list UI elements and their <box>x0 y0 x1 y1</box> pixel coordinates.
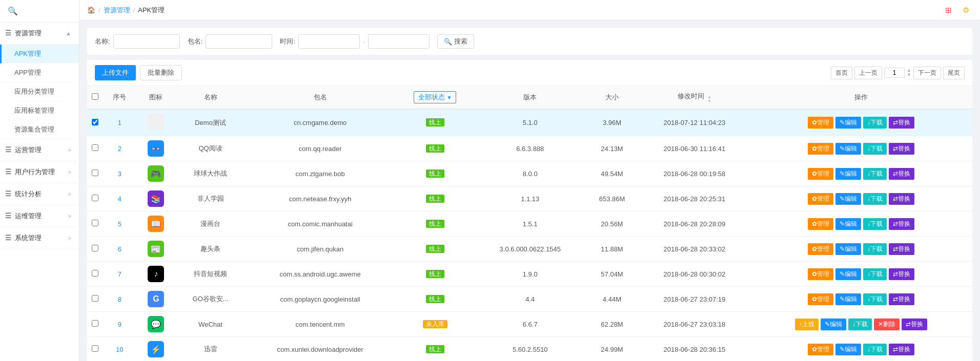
table-row: 10⚡迅雷com.xunlei.downloadprovider线上5.60.2… <box>87 337 972 362</box>
topbar: 🏠 / 资源管理 / APK管理 ⊞ ⚙ <box>79 0 980 20</box>
home-icon[interactable]: 🏠 <box>87 6 95 14</box>
upload-button[interactable]: 上传文件 <box>95 65 136 80</box>
sidebar-item-apk[interactable]: APK管理 <box>0 45 79 63</box>
btn-edit-2[interactable]: ✎编辑 <box>835 143 861 155</box>
btn-download-10[interactable]: ↓下载 <box>863 344 887 355</box>
btn-edit-7[interactable]: ✎编辑 <box>835 268 861 280</box>
row-checkbox-7[interactable] <box>92 270 98 277</box>
topbar-icon-settings[interactable]: ⚙ <box>959 4 972 17</box>
btn-download-7[interactable]: ↓下载 <box>863 268 887 280</box>
th-status[interactable]: 全部状态 ▼ <box>395 86 476 109</box>
btn-edit-4[interactable]: ✎编辑 <box>835 193 861 205</box>
btn-manage-8[interactable]: ✿管理 <box>808 293 833 305</box>
prev-page-top[interactable]: 上一页 <box>854 67 882 79</box>
btn-replace-1[interactable]: ⇄替换 <box>889 117 914 129</box>
page-arrows-top[interactable]: ▲ ▼ <box>907 68 911 77</box>
sidebar-group-arrow-user_behavior: > <box>68 169 71 175</box>
breadcrumb-parent[interactable]: 资源管理 <box>104 6 130 15</box>
row-checkbox-3[interactable] <box>92 169 98 176</box>
btn-replace-8[interactable]: ⇄替换 <box>889 293 914 305</box>
sidebar-item-app[interactable]: APP管理 <box>0 63 79 82</box>
sidebar-group-header-stats[interactable]: ☰统计分析> <box>0 183 79 205</box>
sidebar-group-header-user_behavior[interactable]: ☰用户行为管理> <box>0 161 79 183</box>
btn-manage-3[interactable]: ✿管理 <box>808 168 833 180</box>
btn-edit-3[interactable]: ✎编辑 <box>835 168 861 180</box>
row-checkbox-2[interactable] <box>92 144 98 151</box>
th-modified[interactable]: 修改时间 ▲ ▼ <box>639 86 750 109</box>
btn-replace-4[interactable]: ⇄替换 <box>889 193 914 205</box>
btn-edit-10[interactable]: ✎编辑 <box>835 344 861 355</box>
sidebar-group-arrow-resource: ▲ <box>66 30 71 36</box>
row-name: WeChat <box>175 312 245 337</box>
row-checkbox-8[interactable] <box>92 295 98 302</box>
topbar-icon-grid[interactable]: ⊞ <box>942 4 955 17</box>
btn-download-8[interactable]: ↓下载 <box>863 293 887 305</box>
btn-manage-5[interactable]: ✿管理 <box>808 218 833 230</box>
btn-manage-4[interactable]: ✿管理 <box>808 193 833 205</box>
btn-replace-3[interactable]: ⇄替换 <box>889 168 914 180</box>
row-checkbox-1[interactable] <box>92 119 98 125</box>
btn-download-9[interactable]: ↓下载 <box>848 318 872 330</box>
btn-manage-2[interactable]: ✿管理 <box>808 143 833 155</box>
filter-name-input[interactable] <box>113 34 180 49</box>
row-action-btns-1: ✿管理✎编辑↓下载⇄替换 <box>754 117 968 129</box>
sidebar-group-header-sys[interactable]: ☰系统管理> <box>0 227 79 249</box>
row-checkbox-9[interactable] <box>92 320 98 327</box>
sidebar-search-area[interactable]: 🔍 <box>0 0 79 23</box>
select-all-checkbox[interactable] <box>92 93 98 100</box>
btn-online-9[interactable]: ↑上线 <box>795 318 819 330</box>
btn-manage-1[interactable]: ✿管理 <box>808 117 833 129</box>
th-checkbox <box>87 86 103 109</box>
row-status-badge-8: 线上 <box>426 295 444 303</box>
btn-download-2[interactable]: ↓下载 <box>863 143 887 155</box>
filter-name-label: 名称: <box>95 37 110 46</box>
btn-download-5[interactable]: ↓下载 <box>863 218 887 230</box>
row-status-badge-4: 线上 <box>426 195 444 203</box>
sidebar-group-header-ops_mgmt[interactable]: ☰运维管理> <box>0 205 79 227</box>
row-checkbox-cell <box>87 312 103 337</box>
btn-download-4[interactable]: ↓下载 <box>863 193 887 205</box>
btn-replace-5[interactable]: ⇄替换 <box>889 218 914 230</box>
sidebar-group-header-resource[interactable]: ☰资源管理▲ <box>0 23 79 45</box>
row-checkbox-4[interactable] <box>92 195 98 201</box>
btn-edit-8[interactable]: ✎编辑 <box>835 293 861 305</box>
last-page-top[interactable]: 尾页 <box>943 67 965 79</box>
btn-download-3[interactable]: ↓下载 <box>863 168 887 180</box>
filter-time-end[interactable] <box>368 34 430 49</box>
page-arrow-down-top[interactable]: ▼ <box>907 73 911 77</box>
first-page-top[interactable]: 首页 <box>831 67 852 79</box>
btn-replace-6[interactable]: ⇄替换 <box>889 243 914 255</box>
btn-replace-2[interactable]: ⇄替换 <box>889 143 914 155</box>
breadcrumb-current: APK管理 <box>138 6 165 15</box>
batch-delete-button[interactable]: 批量删除 <box>140 65 182 80</box>
row-checkbox-5[interactable] <box>92 220 98 226</box>
search-button[interactable]: 🔍 搜索 <box>437 34 474 49</box>
btn-manage-10[interactable]: ✿管理 <box>808 344 833 355</box>
sidebar-item-app_tag[interactable]: 应用标签管理 <box>0 101 79 120</box>
btn-edit-1[interactable]: ✎编辑 <box>835 117 861 129</box>
btn-edit-9[interactable]: ✎编辑 <box>821 318 846 330</box>
btn-replace-7[interactable]: ⇄替换 <box>889 268 914 280</box>
next-page-top[interactable]: 下一页 <box>913 67 941 79</box>
sidebar-item-resource_set[interactable]: 资源集合管理 <box>0 120 79 139</box>
filter-time-start[interactable] <box>298 34 360 49</box>
btn-manage-7[interactable]: ✿管理 <box>808 268 833 280</box>
btn-manage-6[interactable]: ✿管理 <box>808 243 833 255</box>
row-checkbox-10[interactable] <box>92 345 98 352</box>
btn-edit-5[interactable]: ✎编辑 <box>835 218 861 230</box>
sidebar-group-header-ops[interactable]: ☰运营管理> <box>0 139 79 161</box>
btn-download-1[interactable]: ↓下载 <box>863 117 887 129</box>
btn-replace-10[interactable]: ⇄替换 <box>889 344 914 355</box>
btn-download-6[interactable]: ↓下载 <box>863 243 887 255</box>
sidebar-item-app_category[interactable]: 应用分类管理 <box>0 82 79 101</box>
filter-package-input[interactable] <box>206 34 272 49</box>
page-input-top[interactable] <box>884 68 905 78</box>
row-checkbox-6[interactable] <box>92 245 98 251</box>
btn-delete-9[interactable]: ✕删除 <box>874 318 900 330</box>
row-version: 4.4 <box>475 287 585 312</box>
row-action-btns-3: ✿管理✎编辑↓下载⇄替换 <box>754 168 968 180</box>
row-icon-img-4: 📚 <box>148 190 164 207</box>
search-icon[interactable]: 🔍 <box>8 7 18 15</box>
btn-replace-9[interactable]: ⇄替换 <box>902 318 927 330</box>
btn-edit-6[interactable]: ✎编辑 <box>835 243 861 255</box>
